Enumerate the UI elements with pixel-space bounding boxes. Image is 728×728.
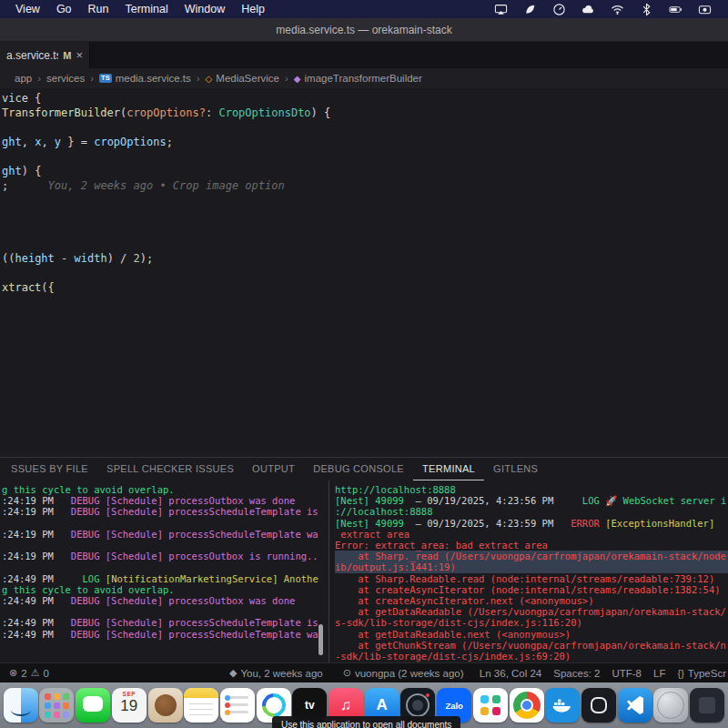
breadcrumb-item-imagetransformerbuilder[interactable]: ◆imageTransformerBuilder xyxy=(294,73,422,84)
code-editor[interactable]: vice {TransformerBuilder(cropOptions?: C… xyxy=(0,88,728,457)
leaf-icon[interactable] xyxy=(523,3,537,16)
text-line: at Sharp._read (/Users/vuongpa/carfromja… xyxy=(335,551,728,561)
menu-view[interactable]: View xyxy=(7,3,48,15)
tab-label: a.service.ts xyxy=(6,49,58,62)
window-title: media.service.ts — orekamain-stack xyxy=(276,24,451,36)
indentation-setting[interactable]: Spaces: 2 xyxy=(553,668,600,679)
breadcrumb-item-mediaservice[interactable]: ◇MediaService xyxy=(206,73,279,84)
text-line: at createAsyncIterator.next (<anonymous>… xyxy=(335,595,728,606)
terminal-scrollbar-thumb[interactable] xyxy=(318,624,323,655)
dock-finder[interactable] xyxy=(4,688,38,723)
text-line: ; You, 2 weeks ago • Crop image option xyxy=(2,178,728,193)
dock-slack[interactable] xyxy=(473,688,508,723)
commit-diamond-icon: ◆ xyxy=(229,667,237,679)
macos-menu-bar: ViewGoRunTerminalWindowHelp xyxy=(0,0,728,18)
window-title-bar[interactable]: media.service.ts — orekamain-stack xyxy=(0,18,728,42)
dock-reminders[interactable] xyxy=(220,688,255,723)
text-line: at getChunkStream (/Users/vuongpa/carfro… xyxy=(335,640,728,651)
text-line: g this cycle to avoid overlap. xyxy=(2,484,329,495)
text-line xyxy=(2,266,728,280)
language-mode[interactable]: {} TypeScr xyxy=(677,668,726,679)
text-line: ((height - width) / 2); xyxy=(2,251,728,266)
screen-mirroring-icon[interactable] xyxy=(494,3,508,16)
chevron-right-icon: › xyxy=(283,73,290,84)
dock-notes[interactable] xyxy=(184,688,218,723)
terminal-pane-left[interactable]: g this cycle to avoid overlap.:24:19 PM … xyxy=(0,480,329,662)
dock-dbeaver[interactable] xyxy=(148,688,183,723)
breadcrumb-item-app[interactable]: app xyxy=(15,73,32,84)
text-line xyxy=(2,120,728,135)
error-icon: ⊗ xyxy=(9,667,17,679)
menu-run[interactable]: Run xyxy=(80,3,117,15)
dock-docker[interactable] xyxy=(545,688,580,723)
menu-items: ViewGoRunTerminalWindowHelp xyxy=(7,0,273,18)
breadcrumb-item-services[interactable]: services xyxy=(46,73,85,84)
cloud-icon[interactable] xyxy=(581,3,595,16)
menu-help[interactable]: Help xyxy=(233,3,273,15)
text-line: :24:49 PM DEBUG [Schedule] processSchedu… xyxy=(2,629,329,640)
dock-darkapp[interactable] xyxy=(581,688,616,723)
chevron-right-icon: › xyxy=(88,73,96,84)
battery-icon[interactable] xyxy=(669,3,682,16)
dock-calendar[interactable]: SEP19 xyxy=(112,688,147,723)
class-symbol-icon: ◇ xyxy=(206,74,213,84)
wifi-icon[interactable] xyxy=(611,3,624,16)
text-line: TransformerBuilder(cropOptions?: CropOpt… xyxy=(2,106,728,120)
typescript-file-icon: TS xyxy=(99,74,112,83)
file-encoding[interactable]: UTF-8 xyxy=(612,668,642,679)
text-line: :24:49 PM DEBUG [Schedule] processOutbox… xyxy=(2,595,329,606)
calendar-day: 19 xyxy=(112,697,147,715)
gitlens-blame-status[interactable]: ◆ You, 2 weeks ago xyxy=(229,667,323,679)
menu-terminal[interactable]: Terminal xyxy=(117,3,177,15)
breadcrumb: app›services›TSmedia.service.ts›◇MediaSe… xyxy=(0,68,728,88)
git-commit-status[interactable]: ⊙ vuongpa (2 weeks ago) xyxy=(343,667,464,679)
text-line: ght) { xyxy=(2,164,728,178)
text-line xyxy=(2,561,329,572)
dock-tooltip: Use this application to open all documen… xyxy=(272,716,460,728)
eol-setting[interactable]: LF xyxy=(653,668,665,679)
panel-tab-spell-checker-issues[interactable]: SPELL CHECKER ISSUES xyxy=(97,458,243,480)
menu-go[interactable]: Go xyxy=(48,3,80,15)
text-line: [Nest] 49099 — 09/19/2025, 4:23:59 PM ER… xyxy=(335,518,728,529)
menu-status-icons xyxy=(494,3,721,16)
menu-window[interactable]: Window xyxy=(177,3,233,15)
text-line xyxy=(2,518,329,529)
panel-tab-terminal[interactable]: TERMINAL xyxy=(413,458,484,480)
panel-tab-bar: SSUES BY FILESPELL CHECKER ISSUESOUTPUTD… xyxy=(0,457,728,480)
tab-close-icon[interactable]: × xyxy=(76,48,83,62)
breadcrumb-label: services xyxy=(46,73,85,84)
text-line xyxy=(2,222,728,237)
status-right-group: Ln 36, Col 24 Spaces: 2 UTF-8 LF {} Type… xyxy=(480,668,726,679)
dock-chrome[interactable] xyxy=(510,688,544,723)
commit-circle-icon: ⊙ xyxy=(343,667,351,679)
text-line: at getDataReadable.next (<anonymous>) xyxy=(335,629,728,640)
text-line xyxy=(2,606,329,617)
dock-messages[interactable] xyxy=(76,688,110,723)
text-line: http://localhost:8888 xyxy=(335,484,728,495)
panel-tab-output[interactable]: OUTPUT xyxy=(243,458,304,480)
dock-yarnball[interactable] xyxy=(653,688,688,723)
cursor-position[interactable]: Ln 36, Col 24 xyxy=(480,668,541,679)
panel-tab-gitlens[interactable]: GITLENS xyxy=(484,458,547,480)
text-line: :24:19 PM DEBUG [Schedule] processSchedu… xyxy=(2,529,329,540)
text-line: ://localhost:8888 xyxy=(335,506,728,517)
text-line xyxy=(2,207,728,222)
gauge-icon[interactable] xyxy=(552,3,566,16)
breadcrumb-item-media-service-ts[interactable]: TSmedia.service.ts xyxy=(99,73,191,84)
breadcrumb-label: imageTransformerBuilder xyxy=(305,73,422,84)
text-line: :24:19 PM DEBUG [Schedule] processOutbox… xyxy=(2,495,329,506)
panel-tab-ssues-by-file[interactable]: SSUES BY FILE xyxy=(2,458,97,480)
bluetooth-icon[interactable] xyxy=(640,3,653,16)
terminal-pane-right[interactable]: http://localhost:8888[Nest] 49099 — 09/1… xyxy=(329,480,728,662)
camera-icon[interactable] xyxy=(698,3,712,16)
tab-media-service-ts[interactable]: a.service.ts M × xyxy=(0,42,90,68)
warning-icon: ⚠ xyxy=(31,667,40,679)
panel-tab-debug-console[interactable]: DEBUG CONSOLE xyxy=(304,458,413,480)
dock-launchpad[interactable] xyxy=(39,688,74,723)
chevron-right-icon: › xyxy=(35,73,43,84)
text-line: at Sharp.Readable.read (node:internal/st… xyxy=(335,573,728,584)
dock-vscode[interactable] xyxy=(618,688,652,723)
language-text: TypeScr xyxy=(688,668,726,679)
dock-rightapp[interactable] xyxy=(690,688,724,723)
problems-indicator[interactable]: ⊗ 2 ⚠ 0 xyxy=(9,667,49,679)
